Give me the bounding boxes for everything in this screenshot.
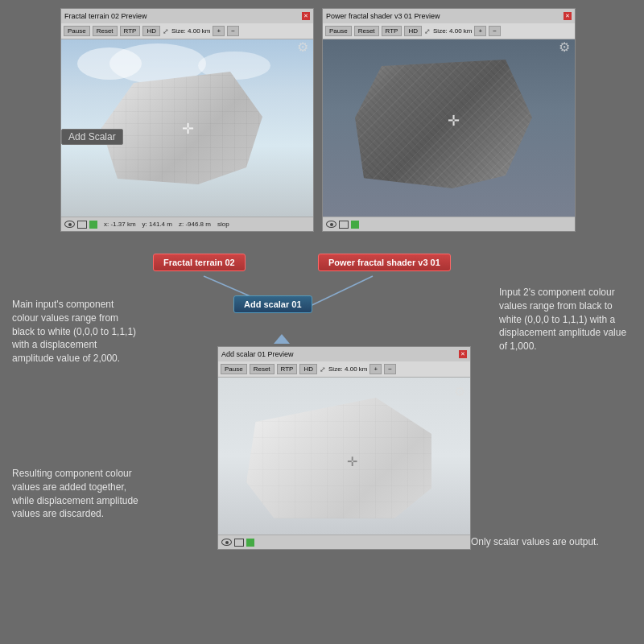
terrain-toolbar: Pause Reset RTP HD ⤢ Size: 4.00 km + −: [61, 23, 313, 39]
result-preview-window: Add scalar 01 Preview ✕ Pause Reset RTP …: [217, 346, 471, 550]
add-scalar-node[interactable]: Add scalar 01: [233, 295, 312, 313]
terrain-zoom-in-button[interactable]: +: [213, 26, 225, 36]
shader-size-label: Size: 4.00 km: [433, 27, 472, 35]
add-scalar-sidebar-label: Add Scalar: [61, 129, 123, 145]
result-pause-button[interactable]: Pause: [221, 364, 247, 374]
shader-preview-window: Power fractal shader v3 01 Preview ✕ Pau…: [322, 8, 576, 232]
result-resize-icon: ⤢: [320, 365, 326, 374]
shader-titlebar: Power fractal shader v3 01 Preview ✕: [323, 9, 575, 23]
result-rtp-button[interactable]: RTP: [277, 364, 298, 374]
shader-render: ✛: [323, 39, 575, 217]
resulting-description: Resulting component colour values are ad…: [12, 467, 149, 521]
terrain-size-label: Size: 4.00 km: [171, 27, 210, 35]
result-zoom-in-button[interactable]: +: [369, 364, 382, 374]
result-close-button[interactable]: ✕: [459, 350, 467, 358]
result-gear-icon: ⚙: [454, 384, 465, 399]
fractal-terrain-node-label: Fractal terrain 02: [163, 258, 235, 267]
result-green-status-icon: [246, 539, 254, 547]
power-fractal-node-label: Power fractal shader v3 01: [328, 258, 440, 267]
shader-status-icons: [326, 221, 359, 229]
frame-icon: [77, 221, 87, 229]
terrain-reset-button[interactable]: Reset: [93, 26, 118, 36]
power-fractal-node[interactable]: Power fractal shader v3 01: [318, 254, 451, 271]
terrain-canvas: ✛: [61, 39, 313, 217]
shader-gear-icon: ⚙: [559, 39, 570, 55]
terrain-zoom-out-button[interactable]: −: [227, 26, 239, 36]
result-hd-button[interactable]: HD: [299, 364, 317, 374]
shader-zoom-in-button[interactable]: +: [474, 26, 486, 36]
shader-statusbar: [323, 217, 575, 231]
shader-reset-button[interactable]: Reset: [354, 26, 379, 36]
result-toolbar: Pause Reset RTP HD ⤢ Size: 4.00 km + −: [218, 361, 470, 378]
terrain-status-icons: [64, 221, 97, 229]
shader-hd-button[interactable]: HD: [404, 26, 422, 36]
terrain-render: ✛: [61, 39, 313, 217]
shader-title: Power fractal shader v3 01 Preview: [326, 12, 440, 20]
shader-resize-icon: ⤢: [424, 27, 431, 35]
result-titlebar: Add scalar 01 Preview ✕: [218, 347, 470, 361]
result-size-label: Size: 4.00 km: [328, 365, 367, 373]
terrain-title: Fractal terrain 02 Preview: [64, 12, 147, 20]
shader-toolbar: Pause Reset RTP HD ⤢ Size: 4.00 km + −: [323, 23, 575, 39]
input2-description: Input 2's component colour values range …: [499, 286, 632, 353]
result-mesh: [246, 398, 431, 518]
result-reset-button[interactable]: Reset: [250, 364, 275, 374]
shader-frame-icon: [339, 221, 349, 229]
terrain-gear-icon: ⚙: [297, 39, 308, 55]
terrain-titlebar: Fractal terrain 02 Preview ✕: [61, 9, 313, 23]
result-statusbar: [218, 535, 470, 549]
terrain-z-coord: z: -946.8 m: [179, 221, 211, 228]
svg-line-4: [302, 276, 373, 310]
shader-close-button[interactable]: ✕: [564, 12, 572, 20]
terrain-hd-button[interactable]: HD: [142, 26, 160, 36]
shader-mesh: [355, 60, 532, 188]
resize-icon: ⤢: [163, 27, 169, 35]
result-status-icons: [221, 539, 254, 547]
fractal-terrain-node[interactable]: Fractal terrain 02: [153, 254, 246, 271]
terrain-preview-window: Fractal terrain 02 Preview ✕ Pause Reset…: [60, 8, 314, 232]
shader-pause-button[interactable]: Pause: [325, 26, 352, 36]
eye-icon: [64, 221, 75, 228]
result-title: Add scalar 01 Preview: [221, 350, 294, 358]
shader-zoom-out-button[interactable]: −: [489, 26, 501, 36]
svg-marker-5: [274, 334, 290, 344]
result-zoom-out-button[interactable]: −: [384, 364, 396, 374]
shader-green-status-icon: [351, 221, 359, 229]
result-canvas: ⚙ ✛: [218, 378, 470, 535]
terrain-statusbar: x: -1.37 km y: 141.4 m z: -946.8 m slop: [61, 217, 313, 231]
shader-rtp-button[interactable]: RTP: [382, 26, 402, 36]
shader-eye-icon: [326, 221, 336, 228]
result-frame-icon: [234, 539, 244, 547]
terrain-pause-button[interactable]: Pause: [64, 26, 90, 36]
result-eye-icon: [221, 539, 232, 546]
terrain-y-coord: y: 141.4 m: [142, 221, 172, 228]
shader-canvas: ✛: [323, 39, 575, 217]
add-scalar-node-label: Add scalar 01: [244, 299, 302, 309]
terrain-x-coord: x: -1.37 km: [104, 221, 136, 228]
terrain-rtp-button[interactable]: RTP: [120, 26, 141, 36]
terrain-slope: slop: [217, 221, 229, 228]
green-status-icon: [89, 221, 97, 229]
terrain-close-button[interactable]: ✕: [302, 12, 310, 20]
only-scalar-description: Only scalar values are output.: [471, 535, 620, 549]
main-input-description: Main input's component colour values ran…: [12, 298, 141, 365]
top-preview-section: Fractal terrain 02 Preview ✕ Pause Reset…: [60, 8, 624, 232]
